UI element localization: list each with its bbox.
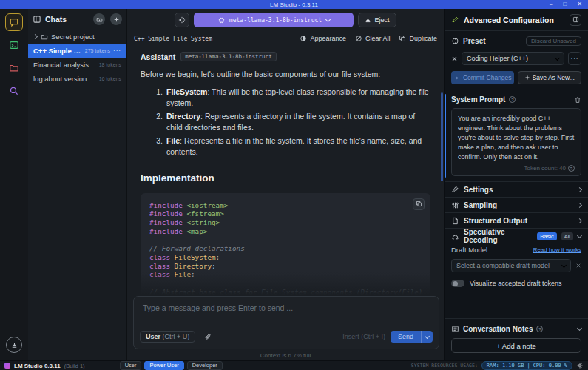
plus-icon <box>113 16 120 23</box>
list-desc: : Represents a file in the file system. … <box>166 136 422 156</box>
model-bar: meta-llama-3.1-8b-instruct Eject <box>127 9 444 31</box>
appearance-label: Appearance <box>310 35 346 42</box>
nav-developer-icon[interactable] <box>5 36 23 54</box>
section-heading: Implementation <box>141 172 430 184</box>
commit-changes-button[interactable]: Commit Changes <box>451 71 514 84</box>
loaded-model-selector[interactable]: meta-llama-3.1-8b-instruct <box>194 13 354 27</box>
chevron-down-icon <box>425 333 430 338</box>
system-prompt-editor[interactable]: You are an incredibly good C++ engineer.… <box>451 108 581 176</box>
read-how-it-works-link[interactable]: Read how it works <box>533 246 581 253</box>
all-badge[interactable]: All <box>561 232 573 240</box>
sampling-section-header[interactable]: Sampling <box>445 197 588 212</box>
model-settings-button[interactable] <box>175 13 189 27</box>
sidebar-item-chat[interactable]: log about version of ... 16 tokens <box>28 72 126 86</box>
chevron-down-icon <box>577 233 582 238</box>
list-number: 3. <box>151 135 163 158</box>
list-term: Directory <box>166 112 200 121</box>
basic-badge[interactable]: Basic <box>537 232 556 240</box>
chat-folder-label: Secret project <box>51 33 121 41</box>
chevron-down-icon[interactable] <box>577 326 582 331</box>
list-item: 3. File: Represents a file in the file s… <box>151 135 430 158</box>
mode-user-button[interactable]: User <box>120 361 142 370</box>
settings-label: Settings <box>464 186 493 194</box>
loaded-model-name: meta-llama-3.1-8b-instruct <box>229 17 322 24</box>
message-paragraph: Before we begin, let's outline the basic… <box>141 69 430 81</box>
clear-all-button[interactable]: Clear All <box>355 35 391 42</box>
clear-system-prompt-button[interactable] <box>574 96 581 104</box>
preset-select[interactable]: Coding Helper (C++) <box>462 52 564 65</box>
nav-my-models-icon[interactable] <box>5 59 23 77</box>
download-icon <box>10 341 18 349</box>
add-note-button[interactable]: + Add a note <box>451 338 581 353</box>
downloads-button[interactable] <box>6 337 22 353</box>
conversation-notes-label: Conversation Notes <box>463 325 533 333</box>
mode-developer-button[interactable]: Developer <box>187 361 223 370</box>
draft-model-placeholder: Select a compatible draft model <box>456 262 559 269</box>
chat-label: log about version of ... <box>33 75 96 83</box>
folder-icon <box>41 33 48 41</box>
draft-model-select[interactable]: Select a compatible draft model <box>451 259 571 272</box>
discard-unsaved-button[interactable]: Discard Unsaved <box>526 36 581 46</box>
copy-code-button[interactable] <box>413 198 425 210</box>
info-icon: ? <box>536 326 543 332</box>
role-label: User <box>146 333 160 340</box>
chat-menu-button[interactable]: ··· <box>113 47 121 54</box>
chat-header: C++ Simple File System Appearance Clear … <box>127 31 444 46</box>
send-options-button[interactable] <box>421 331 433 343</box>
maximize-button[interactable]: □ <box>563 1 567 7</box>
chevron-down-icon <box>561 263 567 268</box>
eject-model-button[interactable]: Eject <box>358 13 396 27</box>
insert-button[interactable]: Insert (Ctrl + I) <box>342 333 385 340</box>
new-folder-button[interactable] <box>93 13 105 25</box>
chevron-right-icon <box>577 218 582 223</box>
user-mode-switch: User Power User Developer <box>120 361 223 370</box>
structured-output-section-header[interactable]: Structured Output <box>445 212 588 228</box>
new-chat-button[interactable] <box>110 13 122 25</box>
sidebar-item-chat[interactable]: Financial analysis 18 tokens <box>28 58 126 72</box>
role-toggle-button[interactable]: User (Ctrl + U) <box>140 331 195 343</box>
message-composer: User (Ctrl + U) Insert (Ctrl + I) Send <box>133 296 439 349</box>
status-settings-button[interactable] <box>576 362 584 369</box>
nav-discover-icon[interactable] <box>5 82 23 100</box>
folder-plus-icon <box>96 16 103 23</box>
sidebar-item-folder[interactable]: Secret project <box>28 30 126 44</box>
chat-label: Financial analysis <box>33 61 96 69</box>
visualize-tokens-toggle[interactable] <box>451 280 464 287</box>
info-icon: ? <box>509 96 516 103</box>
appearance-button[interactable]: Appearance <box>300 35 346 42</box>
note-icon <box>451 325 459 333</box>
settings-section-header[interactable]: Settings <box>445 181 588 197</box>
attach-file-button[interactable] <box>200 330 215 343</box>
minimize-button[interactable]: – <box>550 1 552 7</box>
sidebar-item-chat-selected[interactable]: C++ Simple File System 275 tokens ··· <box>28 44 126 58</box>
config-panel-title: Advanced Configuration <box>464 16 565 24</box>
clear-draft-model-button[interactable] <box>575 263 581 269</box>
chat-scrollbar[interactable] <box>441 92 443 181</box>
info-icon: ? <box>568 165 575 172</box>
model-chip-icon <box>218 17 225 24</box>
assistant-label: Assistant <box>141 53 175 61</box>
terminal-icon <box>9 40 19 50</box>
resources-usage-pill: RAM: 1.10 GB | CPU: 0.00 % <box>481 361 572 370</box>
message-input[interactable] <box>134 297 439 322</box>
speculative-decoding-section-header[interactable]: Speculative Decoding Basic All <box>445 228 588 243</box>
duplicate-button[interactable]: Duplicate <box>399 35 437 42</box>
save-as-new-button[interactable]: Save As New... <box>518 71 582 84</box>
appearance-icon <box>300 35 307 42</box>
ram-usage: RAM: 1.10 GB <box>487 362 524 369</box>
chats-sidebar: Chats Secret project C++ Simple File Sys… <box>28 9 127 360</box>
trash-icon <box>574 96 581 104</box>
preset-menu-button[interactable]: ··· <box>568 52 581 65</box>
send-button[interactable]: Send <box>391 331 433 343</box>
list-number: 1. <box>151 87 163 109</box>
folder-icon <box>9 63 19 73</box>
preset-select-value: Coding Helper (C++) <box>467 55 552 62</box>
copy-icon <box>416 201 422 207</box>
system-prompt-label: System Prompt <box>451 95 505 104</box>
draft-model-label: Draft Model <box>451 246 533 254</box>
close-button[interactable]: ✕ <box>577 1 582 7</box>
clear-preset-button[interactable] <box>451 56 458 62</box>
nav-chats-icon[interactable] <box>5 13 23 31</box>
mode-power-user-button[interactable]: Power User <box>144 361 183 370</box>
collapse-panel-button[interactable] <box>570 14 581 26</box>
